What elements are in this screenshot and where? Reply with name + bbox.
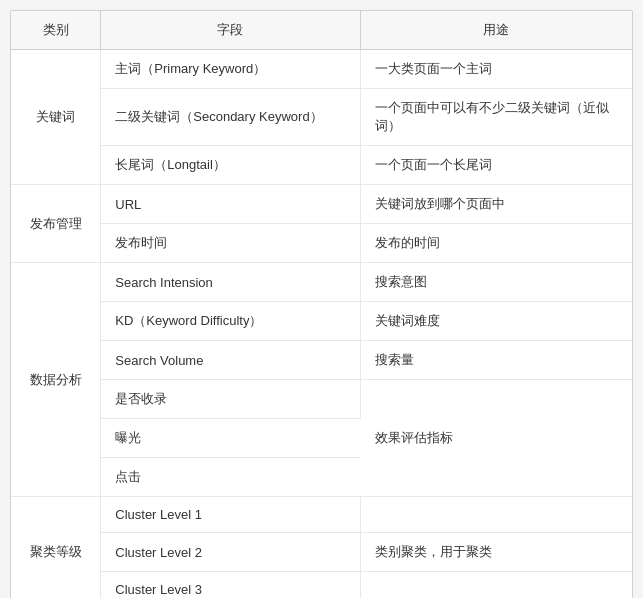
field-cell: Cluster Level 3 bbox=[101, 572, 360, 599]
usage-cell: 一个页面一个长尾词 bbox=[360, 146, 632, 185]
field-cell: Search Volume bbox=[101, 341, 360, 380]
usage-cell: 效果评估指标 bbox=[360, 380, 632, 497]
table-row: 发布时间发布的时间 bbox=[11, 224, 632, 263]
field-cell: 主词（Primary Keyword） bbox=[101, 50, 360, 89]
header-field: 字段 bbox=[101, 11, 360, 50]
table-row: Cluster Level 3 bbox=[11, 572, 632, 599]
table-row: 长尾词（Longtail）一个页面一个长尾词 bbox=[11, 146, 632, 185]
category-cell: 聚类等级 bbox=[11, 497, 101, 599]
table-row: 聚类等级Cluster Level 1 bbox=[11, 497, 632, 533]
field-cell: 点击 bbox=[101, 458, 360, 497]
field-cell: Search Intension bbox=[101, 263, 360, 302]
field-cell: 曝光 bbox=[101, 419, 360, 458]
category-cell: 关键词 bbox=[11, 50, 101, 185]
usage-cell: 搜索意图 bbox=[360, 263, 632, 302]
table-row: 二级关键词（Secondary Keyword）一个页面中可以有不少二级关键词（… bbox=[11, 89, 632, 146]
field-cell: URL bbox=[101, 185, 360, 224]
category-cell: 发布管理 bbox=[11, 185, 101, 263]
table-row: KD（Keyword Difficulty）关键词难度 bbox=[11, 302, 632, 341]
table-row: Cluster Level 2类别聚类，用于聚类 bbox=[11, 533, 632, 572]
field-cell: KD（Keyword Difficulty） bbox=[101, 302, 360, 341]
table-row: 是否收录效果评估指标 bbox=[11, 380, 632, 419]
table-row: 数据分析Search Intension搜索意图 bbox=[11, 263, 632, 302]
field-cell: Cluster Level 1 bbox=[101, 497, 360, 533]
category-cell: 数据分析 bbox=[11, 263, 101, 497]
field-cell: 发布时间 bbox=[101, 224, 360, 263]
field-cell: 二级关键词（Secondary Keyword） bbox=[101, 89, 360, 146]
usage-cell: 发布的时间 bbox=[360, 224, 632, 263]
usage-cell: 关键词难度 bbox=[360, 302, 632, 341]
table-row: 关键词主词（Primary Keyword）一大类页面一个主词 bbox=[11, 50, 632, 89]
usage-cell: 类别聚类，用于聚类 bbox=[360, 533, 632, 572]
usage-cell bbox=[360, 572, 632, 599]
table-row: Search Volume搜索量 bbox=[11, 341, 632, 380]
field-cell: 长尾词（Longtail） bbox=[101, 146, 360, 185]
header-category: 类别 bbox=[11, 11, 101, 50]
main-table-container: 类别 字段 用途 关键词主词（Primary Keyword）一大类页面一个主词… bbox=[10, 10, 633, 598]
field-cell: Cluster Level 2 bbox=[101, 533, 360, 572]
usage-cell: 搜索量 bbox=[360, 341, 632, 380]
usage-cell: 一大类页面一个主词 bbox=[360, 50, 632, 89]
table-header-row: 类别 字段 用途 bbox=[11, 11, 632, 50]
header-usage: 用途 bbox=[360, 11, 632, 50]
usage-cell: 关键词放到哪个页面中 bbox=[360, 185, 632, 224]
data-table: 类别 字段 用途 关键词主词（Primary Keyword）一大类页面一个主词… bbox=[11, 11, 632, 598]
usage-cell: 一个页面中可以有不少二级关键词（近似词） bbox=[360, 89, 632, 146]
field-cell: 是否收录 bbox=[101, 380, 360, 419]
table-row: 发布管理URL关键词放到哪个页面中 bbox=[11, 185, 632, 224]
usage-cell bbox=[360, 497, 632, 533]
